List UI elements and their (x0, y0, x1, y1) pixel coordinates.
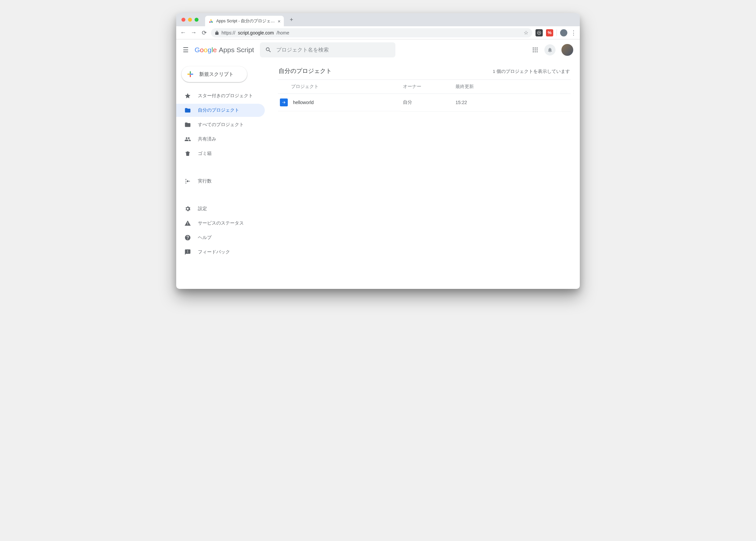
executions-icon (184, 178, 191, 185)
svg-point-8 (537, 48, 538, 49)
tab-close-icon[interactable]: × (278, 19, 281, 24)
browser-menu-icon[interactable]: ⋮ (571, 29, 577, 36)
product-logo: Google Apps Script (195, 46, 254, 54)
sidebar-item-starred[interactable]: スター付きのプロジェクト (176, 89, 265, 102)
svg-point-5 (538, 32, 540, 34)
sidebar-item-shared[interactable]: 共有済み (176, 133, 265, 146)
feedback-icon (184, 249, 191, 256)
main-content: 自分のプロジェクト 1 個のプロジェクトを表示しています プロジェクト オーナー… (275, 60, 580, 289)
browser-tab[interactable]: Apps Script - 自分のプロジェクト × (205, 16, 284, 26)
notifications-icon[interactable] (544, 44, 556, 56)
svg-point-12 (533, 51, 534, 52)
menu-icon[interactable]: ☰ (183, 46, 189, 54)
svg-point-13 (535, 51, 536, 52)
sidebar-item-label: すべてのプロジェクト (198, 122, 244, 128)
browser-toolbar: ← → ⟳ https://script.google.com/home ☆ %… (176, 26, 580, 39)
url-host: script.google.com (238, 30, 274, 35)
help-icon (184, 235, 191, 241)
svg-point-6 (533, 48, 534, 49)
projects-table: プロジェクト オーナー 最終更新 helloworld自分15:22 (278, 79, 571, 112)
folder-icon (184, 122, 191, 128)
col-owner[interactable]: オーナー (401, 80, 454, 94)
sidebar-item-label: 実行数 (198, 178, 212, 184)
sidebar-item-all-projects[interactable]: すべてのプロジェクト (176, 118, 265, 131)
script-project-icon (280, 99, 288, 106)
sidebar-item-trash[interactable]: ゴミ箱 (176, 147, 265, 160)
browser-profile-avatar[interactable] (560, 29, 567, 36)
star-icon (184, 93, 191, 99)
window-minimize-button[interactable] (188, 18, 192, 22)
sidebar-item-label: サービスのステータス (198, 220, 244, 226)
divider (557, 30, 557, 36)
sidebar-item-settings[interactable]: 設定 (176, 202, 265, 215)
project-name: helloworld (293, 100, 314, 105)
nav-back-icon[interactable]: ← (179, 29, 187, 36)
sidebar-item-label: 自分のプロジェクト (198, 107, 239, 113)
sidebar: 新規スクリプト スター付きのプロジェクト 自分のプロジェクト (176, 60, 275, 289)
sidebar-item-label: 共有済み (198, 136, 216, 142)
svg-rect-15 (190, 74, 191, 75)
trash-icon (184, 150, 191, 157)
sidebar-item-my-projects[interactable]: 自分のプロジェクト (176, 104, 265, 117)
apps-grid-icon[interactable] (532, 47, 538, 53)
extension-icon[interactable]: % (546, 29, 553, 36)
sidebar-item-executions[interactable]: 実行数 (176, 175, 265, 188)
svg-point-14 (537, 51, 538, 52)
project-owner: 自分 (401, 94, 454, 112)
app: ☰ Google Apps Script (176, 39, 580, 289)
google-logo: Google (195, 46, 217, 54)
window-zoom-button[interactable] (195, 18, 198, 22)
window-close-button[interactable] (181, 18, 185, 22)
folder-icon (184, 107, 191, 114)
people-icon (184, 136, 191, 143)
sidebar-item-label: フィードバック (198, 249, 230, 255)
url-path: /home (277, 30, 289, 35)
titlebar: Apps Script - 自分のプロジェクト × + (176, 13, 580, 26)
svg-point-7 (535, 48, 536, 49)
svg-point-11 (537, 49, 538, 50)
project-count: 1 個のプロジェクトを表示しています (493, 69, 570, 75)
window-controls (180, 18, 198, 22)
lock-icon (215, 31, 219, 35)
project-updated: 15:22 (453, 94, 571, 112)
app-header: ☰ Google Apps Script (176, 39, 580, 60)
account-avatar[interactable] (561, 44, 573, 56)
extension-icon[interactable] (536, 29, 543, 36)
url-scheme: https:// (221, 30, 235, 35)
search-icon (265, 47, 272, 53)
sidebar-item-label: ゴミ箱 (198, 151, 212, 157)
search-input[interactable] (276, 47, 390, 53)
browser-window: Apps Script - 自分のプロジェクト × + ← → ⟳ https:… (176, 13, 580, 289)
warning-icon (184, 220, 191, 227)
page-title: 自分のプロジェクト (279, 67, 332, 75)
svg-point-1 (210, 19, 212, 21)
col-project[interactable]: プロジェクト (278, 80, 401, 94)
apps-script-favicon-icon (208, 18, 214, 24)
new-tab-button[interactable]: + (287, 15, 296, 25)
sidebar-item-help[interactable]: ヘルプ (176, 231, 265, 244)
nav-reload-icon[interactable]: ⟳ (200, 29, 208, 36)
new-script-button[interactable]: 新規スクリプト (181, 66, 247, 82)
svg-point-16 (185, 181, 186, 182)
bookmark-star-icon[interactable]: ☆ (524, 30, 528, 36)
search-bar[interactable] (260, 42, 395, 57)
gear-icon (184, 206, 191, 212)
sidebar-item-label: ヘルプ (198, 235, 212, 241)
svg-point-9 (533, 49, 534, 50)
sidebar-item-label: スター付きのプロジェクト (198, 93, 253, 99)
nav-forward-icon[interactable]: → (190, 29, 197, 36)
sidebar-item-status[interactable]: サービスのステータス (176, 217, 265, 230)
tab-title: Apps Script - 自分のプロジェクト (216, 18, 275, 24)
new-script-label: 新規スクリプト (199, 71, 234, 78)
sidebar-item-feedback[interactable]: フィードバック (176, 246, 265, 259)
product-name: Apps Script (219, 46, 254, 54)
plus-icon (186, 70, 195, 79)
sidebar-item-label: 設定 (198, 206, 207, 212)
svg-point-17 (189, 181, 190, 182)
col-updated[interactable]: 最終更新 (453, 80, 571, 94)
table-row[interactable]: helloworld自分15:22 (278, 94, 571, 112)
svg-point-10 (535, 49, 536, 50)
address-bar[interactable]: https://script.google.com/home ☆ (211, 28, 532, 37)
